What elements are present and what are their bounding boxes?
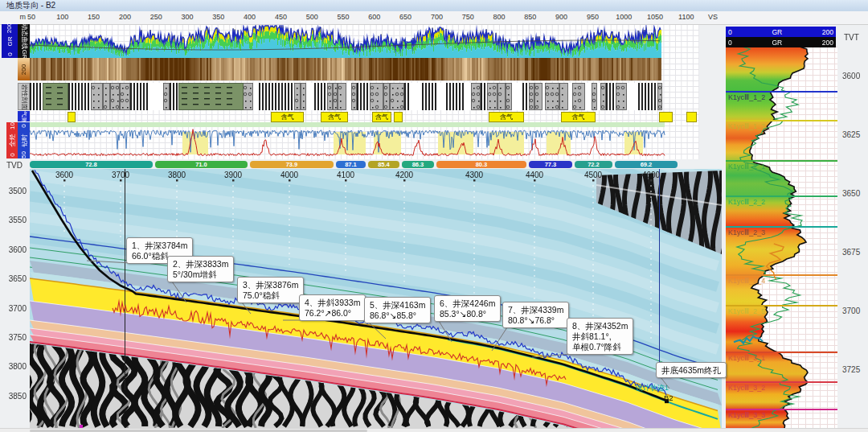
tvd-depth-label: 3500 <box>2 187 27 195</box>
ruler-tick: 100 <box>51 13 75 21</box>
ruler-tick: 950 <box>580 13 604 21</box>
gr-track-label: 动态曲线GR <box>18 24 30 58</box>
layer-top-line <box>726 160 837 162</box>
layer-top-line <box>726 305 837 307</box>
black-gr-name: GR <box>772 39 782 47</box>
md-ruler: m VS 50100150200250300350400450500550600… <box>0 11 868 25</box>
ruler-tick: 1050 <box>643 13 667 21</box>
gr-scale-name: GR <box>6 36 14 46</box>
md-depth-label: 3800 <box>161 171 193 179</box>
annotation-line: 80.8°↘76.8° <box>508 315 563 326</box>
black-gr-max: 200 <box>822 39 833 47</box>
ruler-tick: 350 <box>207 13 231 21</box>
annotation-line: 4、井斜3933m <box>305 298 360 308</box>
black-gr-min: 0 <box>728 39 732 47</box>
geosteering-window: 地质导向 - B2 m VS 5010015020025030035040045… <box>0 0 868 432</box>
tvd-axis-title: TVD <box>6 161 23 170</box>
layer-top-line <box>726 352 837 353</box>
layer-name-label: K1ycⅢ_1_2 <box>728 93 765 101</box>
tvd-depth-label: 3550 <box>2 216 27 224</box>
ruler-tick: 800 <box>487 13 511 21</box>
annotation-line: 6、井深4246m <box>440 298 495 309</box>
angle-segment[interactable]: 85.4 <box>368 161 399 168</box>
layer-top-line <box>726 409 837 410</box>
tvd-depth-label: 3800 <box>2 362 27 371</box>
md-depth-label: 4400 <box>518 171 551 179</box>
annotation-line: 75.0°稳斜 <box>243 290 298 301</box>
horizontal-scrollbar[interactable] <box>0 428 868 432</box>
annotation-line: 5、井深4163m <box>370 300 425 311</box>
annotation-line: 3、井深3876m <box>243 280 298 290</box>
tvd-depth-label: 3750 <box>2 333 27 342</box>
tvd-depth-label: 3850 <box>2 392 27 401</box>
total-hydrocarbon-scale: 10 全烃 0 <box>6 122 18 158</box>
layer-top-line <box>726 381 837 383</box>
annotation-line: 8、井深4352m <box>572 321 628 331</box>
angle-segment[interactable]: 77.3 <box>529 161 572 168</box>
ruler-tick: 550 <box>331 13 355 21</box>
angle-segment[interactable]: 73.9 <box>250 161 334 168</box>
gr-track-label-text: 动态曲线GR <box>19 23 28 59</box>
angle-segment[interactable]: 86.3 <box>402 161 434 168</box>
ruler-tick: 700 <box>424 13 448 21</box>
heatmap-scale-label: 200 <box>18 58 30 80</box>
design-trajectory-label: 设计轨迹1 <box>636 383 669 393</box>
layer-top-line <box>726 91 837 93</box>
heatmap-scale-text: 200 <box>20 64 27 74</box>
well-depth-annotation: 4、井斜3933m76.2°↗86.0° <box>299 294 366 321</box>
tvt-axis-title: TVT <box>844 33 859 42</box>
annotation-line: 单根0.7°降斜 <box>572 342 628 352</box>
tvt-depth-label: 3700 <box>842 307 860 315</box>
angle-segment[interactable]: 71.0 <box>155 161 248 168</box>
md-depth-label: 4300 <box>458 171 490 179</box>
lithology-track-label: 岩性剖面 <box>18 83 30 110</box>
typelog-header-blue: 0 GR 200 <box>726 27 836 37</box>
qt-bottom: 0 <box>8 153 15 156</box>
annotation-line: 86.8°↘85.8° <box>370 311 425 321</box>
angle-segment[interactable]: 87.1 <box>336 161 366 168</box>
tvt-depth-label: 3725 <box>842 365 860 374</box>
md-depth-label: 4100 <box>330 171 362 179</box>
gas-track-label: 气测 <box>18 111 30 121</box>
annotation-line: 85.3°↘80.8° <box>440 309 495 319</box>
tvt-depth-label: 3625 <box>842 130 860 139</box>
layer-name-label: K1ycⅢ_2_4 <box>728 277 765 285</box>
well-name-label: B2 <box>664 393 674 402</box>
ruler-tick: 1100 <box>674 13 698 21</box>
md-depth-label: 3700 <box>104 171 137 179</box>
angle-segment[interactable]: 72.2 <box>575 161 612 168</box>
lithology-label-text: 岩性剖面 <box>19 84 28 109</box>
ruler-tick: 900 <box>550 13 574 21</box>
annotation-line: 2、井深3833m <box>173 259 228 269</box>
blue-gr-max: 200 <box>822 28 833 36</box>
tvd-depth-label: 3650 <box>2 274 27 283</box>
angle-segment[interactable]: 69.2 <box>615 161 678 168</box>
angle-segment[interactable]: 72.8 <box>30 161 153 168</box>
well-depth-annotation: 3、井深3876m75.0°稳斜 <box>237 277 304 303</box>
angle-segment[interactable]: 80.3 <box>436 161 526 168</box>
layer-top-line <box>726 274 837 276</box>
marker-dot <box>80 425 83 428</box>
gr-scale-min: 0 <box>6 52 13 56</box>
annotation-line: 井斜81.1°, <box>572 331 628 342</box>
ruler-tick: 600 <box>362 13 387 21</box>
gr-scale-label: 200 GR 0 <box>2 24 18 58</box>
ruler-tick: 850 <box>518 13 542 21</box>
pane-title: 地质导向 - B2 <box>0 0 868 11</box>
md-depth-label: 4600 <box>635 171 667 179</box>
qt-top: 10 <box>9 122 16 130</box>
typelog-header-black: 0 GR 200 <box>726 37 836 47</box>
ruler-tick: 650 <box>394 13 418 21</box>
blue-gr-min: 0 <box>728 28 732 36</box>
tvd-depth-label: 3700 <box>2 304 27 313</box>
ruler-tick: 400 <box>238 13 262 21</box>
blue-gr-name: GR <box>772 28 782 36</box>
layer-top-line <box>726 120 837 121</box>
type-log-canvas <box>726 47 837 428</box>
ruler-tick: 250 <box>144 13 168 21</box>
layer-name-label: K1ycⅢ_3_1 <box>728 354 765 362</box>
ruler-vs-label: VS <box>701 13 725 21</box>
md-depth-label: 4500 <box>577 171 609 179</box>
tvt-depth-label: 3650 <box>842 189 860 198</box>
ruler-tick: 450 <box>268 13 293 21</box>
